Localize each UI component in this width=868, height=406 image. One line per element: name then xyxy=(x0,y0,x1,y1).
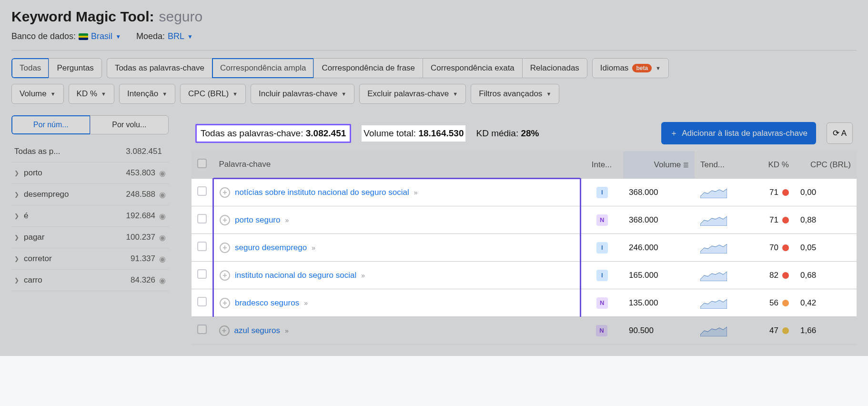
keyword-link[interactable]: porto seguro xyxy=(235,215,280,225)
add-keyword-icon[interactable]: + xyxy=(219,325,230,336)
sidebar-item-count: 192.684 xyxy=(126,211,155,221)
sidebar-item[interactable]: ❯ é 192.684 ◉ xyxy=(11,205,169,227)
col-intent[interactable]: Inte... xyxy=(580,151,623,179)
tab-exact-match[interactable]: Correspondência exata xyxy=(423,58,522,78)
sidebar-tab-by-volume[interactable]: Por volu... xyxy=(90,115,169,134)
table-row: + seguro desemprego » I 246.000 70 0,05 xyxy=(192,234,857,262)
trend-sparkline xyxy=(700,214,727,226)
open-keyword-icon[interactable]: » xyxy=(414,189,418,196)
trend-sparkline xyxy=(700,242,727,254)
row-checkbox[interactable] xyxy=(197,325,207,334)
filter-volume[interactable]: Volume▼ xyxy=(11,84,64,104)
trend-sparkline xyxy=(700,325,727,336)
keyword-link[interactable]: azul seguros xyxy=(234,326,280,335)
languages-label: Idiomas xyxy=(600,63,629,73)
filter-kd[interactable]: KD %▼ xyxy=(69,84,114,104)
chevron-right-icon: ❯ xyxy=(14,191,24,198)
row-checkbox[interactable] xyxy=(197,269,207,279)
table-row: + porto seguro » N 368.000 71 0,88 xyxy=(192,206,857,234)
eye-icon[interactable]: ◉ xyxy=(159,169,166,178)
eye-icon[interactable]: ◉ xyxy=(159,254,166,264)
col-keyword[interactable]: Palavra-chave xyxy=(213,151,581,179)
open-keyword-icon[interactable]: » xyxy=(312,244,315,252)
tab-phrase-match[interactable]: Correspondência de frase xyxy=(313,58,423,78)
eye-icon[interactable]: ◉ xyxy=(159,190,166,199)
intent-badge: I xyxy=(596,242,608,254)
sidebar-header-count: 3.082.451 xyxy=(126,147,162,156)
tab-all-keywords[interactable]: Todas as palavras-chave xyxy=(107,58,212,78)
currency-label: Moeda: xyxy=(136,31,165,41)
row-checkbox[interactable] xyxy=(197,186,207,196)
col-volume[interactable]: Volume ☰ xyxy=(623,151,695,179)
row-checkbox[interactable] xyxy=(197,242,207,251)
cpc-value: 0,88 xyxy=(795,206,857,234)
row-checkbox[interactable] xyxy=(197,297,207,306)
summary-total-keywords: Todas as palavras-chave: 3.082.451 xyxy=(195,124,351,143)
tab-related[interactable]: Relacionadas xyxy=(522,58,587,78)
open-keyword-icon[interactable]: » xyxy=(285,216,289,224)
summary-total-volume: Volume total: 18.164.530 xyxy=(362,125,465,142)
eye-icon[interactable]: ◉ xyxy=(159,276,166,285)
sidebar-tab-by-number[interactable]: Por núm... xyxy=(11,115,90,134)
keyword-link[interactable]: notícias sobre instituto nacional do seg… xyxy=(235,188,409,197)
tab-all[interactable]: Todas xyxy=(11,58,49,78)
keyword-link[interactable]: bradesco seguros xyxy=(235,298,299,308)
sidebar-item[interactable]: ❯ carro 84.326 ◉ xyxy=(11,270,169,291)
database-selector[interactable]: Banco de dados: Brasil ▼ xyxy=(11,31,121,41)
refresh-icon: ⟳ xyxy=(833,129,839,138)
trend-sparkline xyxy=(700,270,727,281)
add-keyword-icon[interactable]: + xyxy=(220,270,230,281)
chevron-down-icon: ▼ xyxy=(187,33,193,40)
add-keyword-icon[interactable]: + xyxy=(220,243,230,253)
eye-icon[interactable]: ◉ xyxy=(159,212,166,221)
kd-value: 70 xyxy=(769,243,778,253)
languages-button[interactable]: Idiomas beta ▼ xyxy=(592,58,669,78)
filter-exclude[interactable]: Excluir palavras-chave▼ xyxy=(359,84,466,104)
chevron-right-icon: ❯ xyxy=(14,213,24,219)
sidebar-item[interactable]: ❯ porto 453.803 ◉ xyxy=(11,162,169,184)
chevron-right-icon: ❯ xyxy=(14,234,24,241)
filter-cpc[interactable]: CPC (BRL)▼ xyxy=(180,84,246,104)
row-checkbox[interactable] xyxy=(197,214,207,223)
kd-indicator-icon xyxy=(782,272,789,279)
sidebar-item[interactable]: ❯ pagar 100.237 ◉ xyxy=(11,227,169,248)
kd-value: 56 xyxy=(769,298,778,308)
eye-icon[interactable]: ◉ xyxy=(159,233,166,242)
open-keyword-icon[interactable]: » xyxy=(285,327,289,335)
sidebar-item-count: 453.803 xyxy=(126,168,155,178)
table-row: + notícias sobre instituto nacional do s… xyxy=(192,179,857,206)
kd-value: 47 xyxy=(769,326,778,335)
sidebar-item[interactable]: ❯ corretor 91.337 ◉ xyxy=(11,248,169,270)
sidebar-all-keywords[interactable]: Todas as p... 3.082.451 xyxy=(11,141,169,162)
add-keyword-icon[interactable]: + xyxy=(220,298,230,308)
refresh-button[interactable]: ⟳ A xyxy=(827,122,853,144)
col-trend[interactable]: Tend... xyxy=(695,151,742,179)
add-keyword-icon[interactable]: + xyxy=(220,187,230,198)
plus-icon: ＋ xyxy=(670,128,678,139)
sidebar-item-label: pagar xyxy=(24,233,126,242)
keyword-link[interactable]: instituto nacional do seguro social xyxy=(235,271,356,280)
filter-intent[interactable]: Intenção▼ xyxy=(119,84,175,104)
chevron-down-icon: ▼ xyxy=(162,91,167,97)
filter-advanced[interactable]: Filtros avançados▼ xyxy=(471,84,559,104)
open-keyword-icon[interactable]: » xyxy=(361,272,365,279)
select-all-checkbox[interactable] xyxy=(197,159,207,168)
filter-include[interactable]: Incluir palavras-chave▼ xyxy=(251,84,354,104)
cpc-value: 0,68 xyxy=(795,262,857,289)
chevron-down-icon: ▼ xyxy=(50,91,56,97)
chevron-down-icon: ▼ xyxy=(101,91,106,97)
flag-brazil-icon xyxy=(79,33,88,40)
add-to-keyword-list-button[interactable]: ＋ Adicionar à lista de palavras-chave xyxy=(661,122,816,144)
open-keyword-icon[interactable]: » xyxy=(304,299,308,307)
currency-value: BRL xyxy=(168,31,184,41)
keyword-link[interactable]: seguro desemprego xyxy=(235,243,307,253)
col-cpc[interactable]: CPC (BRL) xyxy=(795,151,857,179)
add-keyword-icon[interactable]: + xyxy=(220,215,230,225)
col-kd[interactable]: KD % xyxy=(742,151,795,179)
tab-broad-match[interactable]: Correspondência ampla xyxy=(212,58,314,78)
currency-selector[interactable]: Moeda: BRL ▼ xyxy=(136,31,193,41)
sort-desc-icon: ☰ xyxy=(683,162,689,169)
tab-questions[interactable]: Perguntas xyxy=(49,58,102,78)
kd-indicator-icon xyxy=(782,327,789,334)
sidebar-item[interactable]: ❯ desemprego 248.588 ◉ xyxy=(11,184,169,205)
